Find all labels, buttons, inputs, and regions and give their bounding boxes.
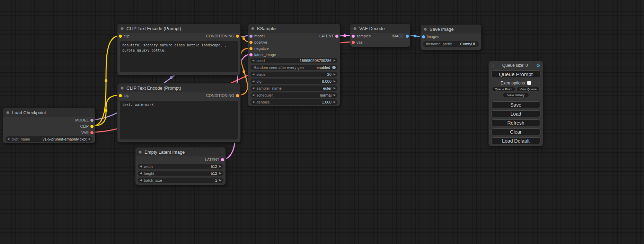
positive-input-slot[interactable] xyxy=(249,41,253,44)
prompt-textarea[interactable]: beautiful scenery nature glass bottle la… xyxy=(120,41,238,72)
node-title-bar[interactable]: VAE Decode xyxy=(350,24,410,33)
node-title: Load Checkpoint xyxy=(12,110,46,115)
model-input-slot[interactable] xyxy=(249,35,253,38)
link-midpoint-dot xyxy=(414,35,416,37)
node-title-bar[interactable]: CLIP Text Encode (Prompt) xyxy=(117,24,240,33)
conditioning-output-slot[interactable] xyxy=(236,94,239,97)
view-queue-button[interactable]: View Queue xyxy=(517,87,540,91)
clip-input-label: clip xyxy=(124,93,130,98)
collapse-dot-icon[interactable] xyxy=(139,151,142,154)
steps-widget[interactable]: ◀ steps 20 ▶ xyxy=(250,72,337,77)
widget-value: 512 xyxy=(211,171,217,175)
filename-prefix-widget[interactable]: filename_prefix ComfyUI xyxy=(423,41,479,47)
node-empty-latent-image[interactable]: Empty Latent Image LATENT ◀ width 512 ▶ … xyxy=(135,147,226,185)
images-input-label: images xyxy=(427,35,439,39)
images-input-slot[interactable] xyxy=(422,35,425,38)
toggle-knob-icon[interactable] xyxy=(332,66,336,69)
cfg-widget[interactable]: ◀ cfg 8.000 ▶ xyxy=(250,79,337,84)
collapse-dot-icon[interactable] xyxy=(353,27,356,30)
collapse-dot-icon[interactable] xyxy=(121,87,124,90)
negative-input-slot[interactable] xyxy=(249,47,253,50)
increment-arrow-icon[interactable]: ▶ xyxy=(334,87,336,90)
decrement-arrow-icon[interactable]: ◀ xyxy=(252,73,254,76)
settings-gear-icon[interactable]: ⚙ xyxy=(536,63,540,68)
node-title-bar[interactable]: Load Checkpoint xyxy=(3,108,95,117)
node-load-checkpoint[interactable]: Load Checkpoint MODEL CLIP VAE ◀ ckpt_na… xyxy=(3,108,95,143)
clip-output-label: CLIP xyxy=(80,124,89,128)
decrement-arrow-icon[interactable]: ◀ xyxy=(252,101,254,103)
conditioning-output-label: CONDITIONING xyxy=(206,34,234,38)
node-title-bar[interactable]: Save Image xyxy=(421,25,481,34)
clip-input-slot[interactable] xyxy=(119,94,122,97)
collapse-dot-icon[interactable] xyxy=(6,111,9,114)
decrement-arrow-icon[interactable]: ◀ xyxy=(140,165,142,168)
prompt-textarea[interactable]: text, watermark xyxy=(120,101,238,139)
sampler-name-widget[interactable]: ◀ sampler_name euler ▶ xyxy=(250,85,337,91)
node-title-bar[interactable]: CLIP Text Encode (Prompt) xyxy=(117,83,240,92)
clip-input-slot[interactable] xyxy=(119,35,122,38)
clear-button[interactable]: Clear xyxy=(491,128,540,135)
increment-arrow-icon[interactable]: ▶ xyxy=(334,101,336,103)
node-ksampler[interactable]: KSampler model LATENT positive negative … xyxy=(248,24,340,107)
scheduler-widget[interactable]: ◀ scheduler normal ▶ xyxy=(250,92,337,98)
seed-widget[interactable]: ◀ seed 156680208700286 ▶ xyxy=(250,58,337,63)
view-history-button[interactable]: View History xyxy=(503,93,529,97)
increment-arrow-icon[interactable]: ▶ xyxy=(334,80,336,83)
widget-label: seed xyxy=(256,58,265,63)
load-default-button[interactable]: Load Default xyxy=(491,137,540,144)
node-vae-decode[interactable]: VAE Decode samples IMAGE vae xyxy=(350,24,411,47)
batch-size-widget[interactable]: ◀ batch_size 1 ▶ xyxy=(138,178,223,183)
slot-row: samples IMAGE xyxy=(350,33,410,39)
increment-arrow-icon[interactable]: ▶ xyxy=(334,94,336,97)
decrement-arrow-icon[interactable]: ◀ xyxy=(7,138,9,141)
collapse-dot-icon[interactable] xyxy=(424,28,427,31)
link-midpoint-dot xyxy=(343,34,346,37)
height-widget[interactable]: ◀ height 512 ▶ xyxy=(138,171,223,176)
increment-arrow-icon[interactable]: ▶ xyxy=(219,179,221,182)
vae-output-slot[interactable] xyxy=(90,131,94,134)
decrement-arrow-icon[interactable]: ◀ xyxy=(252,59,254,62)
samples-input-slot[interactable] xyxy=(352,35,355,38)
node-title: CLIP Text Encode (Prompt) xyxy=(126,85,181,91)
collapse-dot-icon[interactable] xyxy=(121,27,124,30)
node-clip-text-encode-positive[interactable]: CLIP Text Encode (Prompt) clip CONDITION… xyxy=(117,24,241,75)
model-output-slot[interactable] xyxy=(90,119,94,122)
refresh-button[interactable]: Refresh xyxy=(491,119,540,126)
denoise-widget[interactable]: ◀ denoise 1.000 ▶ xyxy=(250,99,337,105)
width-widget[interactable]: ◀ width 512 ▶ xyxy=(138,164,223,169)
load-button[interactable]: Load xyxy=(491,110,540,117)
ckpt-name-widget[interactable]: ◀ ckpt_name v1-5-pruned-emaonly.ckpt ▶ xyxy=(6,136,92,142)
increment-arrow-icon[interactable]: ▶ xyxy=(334,73,336,76)
decrement-arrow-icon[interactable]: ◀ xyxy=(252,87,254,90)
node-clip-text-encode-negative[interactable]: CLIP Text Encode (Prompt) clip CONDITION… xyxy=(117,83,241,143)
link-clip-positive xyxy=(92,36,120,126)
queue-prompt-button[interactable]: Queue Prompt xyxy=(491,70,540,78)
widget-label: ckpt_name xyxy=(11,137,30,141)
random-seed-toggle-widget[interactable]: Random seed after every gen enabled xyxy=(250,65,337,70)
image-output-slot[interactable] xyxy=(406,35,409,38)
latent-output-slot[interactable] xyxy=(221,158,224,161)
extra-options-checkbox[interactable] xyxy=(527,81,531,85)
increment-arrow-icon[interactable]: ▶ xyxy=(219,165,221,168)
vae-output-label: VAE xyxy=(81,130,89,135)
increment-arrow-icon[interactable]: ▶ xyxy=(334,59,336,62)
node-title-bar[interactable]: KSampler xyxy=(248,24,340,33)
drag-handle-icon[interactable]: ⠿ xyxy=(491,63,494,68)
increment-arrow-icon[interactable]: ▶ xyxy=(89,138,91,141)
node-title-bar[interactable]: Empty Latent Image xyxy=(135,147,226,156)
latent-output-slot[interactable] xyxy=(335,35,338,38)
decrement-arrow-icon[interactable]: ◀ xyxy=(252,94,254,97)
node-save-image[interactable]: Save Image images filename_prefix ComfyU… xyxy=(420,24,482,50)
vae-input-slot[interactable] xyxy=(352,41,355,44)
widget-value: 1 xyxy=(215,178,217,182)
decrement-arrow-icon[interactable]: ◀ xyxy=(252,80,254,83)
save-button[interactable]: Save xyxy=(491,101,540,108)
decrement-arrow-icon[interactable]: ◀ xyxy=(140,179,142,182)
queue-front-button[interactable]: Queue Front xyxy=(492,87,515,91)
increment-arrow-icon[interactable]: ▶ xyxy=(219,172,221,175)
decrement-arrow-icon[interactable]: ◀ xyxy=(140,172,142,175)
conditioning-output-slot[interactable] xyxy=(236,35,239,38)
clip-output-slot[interactable] xyxy=(90,125,94,128)
collapse-dot-icon[interactable] xyxy=(251,27,254,30)
latent-image-input-slot[interactable] xyxy=(249,53,253,56)
